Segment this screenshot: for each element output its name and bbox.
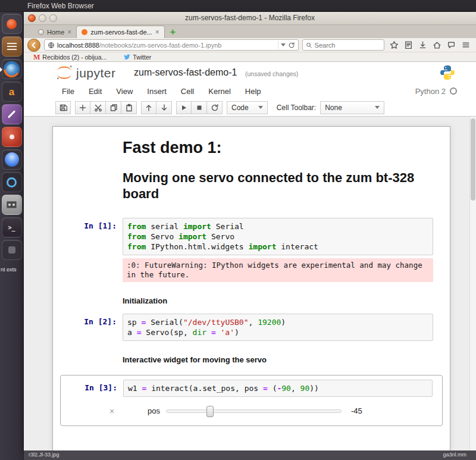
window-title: zum-servos-fast-demo-1 - Mozilla Firefox — [24, 12, 476, 24]
desktop: Firefox Web Browser a >_ nt exts zum-ser… — [0, 0, 476, 460]
move-cell-down-button[interactable] — [156, 101, 172, 114]
copy-cell-button[interactable] — [106, 101, 121, 114]
markdown-cell-init: Initialization — [53, 282, 450, 314]
search-input[interactable] — [315, 42, 381, 49]
chromium-icon[interactable] — [2, 149, 22, 170]
reload-icon[interactable] — [288, 42, 295, 49]
interrupt-kernel-button[interactable] — [192, 101, 207, 114]
url-domain: localhost:8888 — [57, 42, 99, 49]
messages-icon[interactable] — [447, 40, 456, 49]
slider-track[interactable] — [166, 409, 342, 413]
menu-insert[interactable]: Insert — [147, 87, 167, 96]
globe-icon — [48, 42, 55, 49]
slider-handle[interactable] — [206, 406, 214, 417]
input-prompt-1: In [1]: — [53, 218, 123, 282]
desktop-artifact-text: nt exts — [1, 267, 17, 273]
window-controls — [28, 14, 57, 22]
menu-file[interactable]: File — [62, 87, 74, 96]
menu-help[interactable]: Help — [245, 87, 261, 96]
bookmark-star-icon[interactable] — [390, 40, 399, 49]
code-input-3[interactable]: w1 = interact(a.set_pos, pos = (-90, 90)… — [123, 380, 433, 397]
menu-icon[interactable] — [461, 40, 471, 49]
code-input-2[interactable]: sp = Serial("/dev/ttyUSB0", 19200)a = Se… — [123, 314, 433, 341]
home-icon[interactable] — [433, 40, 441, 49]
run-cell-button[interactable] — [176, 101, 192, 114]
widget-close-button[interactable]: × — [105, 406, 118, 416]
tab-home-label: Home — [47, 29, 64, 36]
terminal-icon[interactable]: >_ — [2, 217, 22, 237]
save-button[interactable] — [55, 101, 71, 114]
window-close-button[interactable] — [28, 14, 36, 22]
jupyter-wordmark: jupyter — [76, 65, 116, 80]
jupyter-logo[interactable]: jupyter — [55, 64, 116, 80]
prompt-spacer — [53, 341, 123, 373]
python-logo-icon — [439, 64, 456, 81]
red-app-icon[interactable] — [2, 127, 22, 147]
select-caret-icon — [258, 106, 263, 109]
code-cell-2: In [2]: sp = Serial("/dev/ttyUSB0", 1920… — [53, 314, 450, 341]
search-bar[interactable] — [302, 39, 384, 51]
code-input-1[interactable]: from serial import Serialfrom Servo impo… — [123, 218, 433, 255]
notebook-heading-1: Fast demo 1: — [123, 139, 433, 157]
firefox-icon[interactable] — [2, 59, 22, 79]
notebook-title[interactable]: zum-servos-fast-demo-1 — [134, 67, 237, 78]
markdown-cell-widget: Interactive widget for moving the servo — [53, 341, 450, 373]
ubuntu-dash-icon[interactable] — [2, 14, 22, 34]
menu-view[interactable]: View — [116, 87, 133, 96]
bookmark-gmail[interactable]: M Recibidos (2) - obijua... — [33, 54, 107, 61]
selected-cell[interactable]: In [3]: w1 = interact(a.set_pos, pos = (… — [60, 375, 443, 426]
tab-notebook-close-icon[interactable]: × — [155, 29, 159, 36]
jupyter-menubar: File Edit View Insert Cell Kernel Help P… — [24, 83, 476, 99]
tab-home-close-icon[interactable]: × — [67, 29, 71, 36]
cell-toolbar-value: None — [325, 104, 342, 112]
play-icon — [180, 104, 188, 112]
url-bar[interactable]: localhost:8888/notebooks/zum-servos-fast… — [44, 39, 299, 51]
paste-cell-button[interactable] — [121, 101, 137, 114]
cell-toolbar-select[interactable]: None — [320, 101, 384, 114]
menu-edit[interactable]: Edit — [89, 87, 102, 96]
tab-home[interactable]: Home × — [33, 26, 76, 38]
menu-cell[interactable]: Cell — [181, 87, 194, 96]
jupyter-toolbar: Code Cell Toolbar: None — [24, 99, 476, 117]
url-text: localhost:8888/notebooks/zum-servos-fast… — [57, 42, 275, 49]
url-dropdown-icon[interactable] — [281, 43, 286, 46]
bookmark-twitter[interactable]: Twitter — [123, 54, 151, 61]
desktop-file-label-right: ga3nl.mm — [443, 452, 466, 458]
ring-glyph — [7, 177, 17, 187]
bookmark-twitter-label: Twitter — [133, 54, 151, 61]
restart-kernel-button[interactable] — [207, 101, 223, 114]
scrollbar-thumb[interactable] — [471, 118, 475, 201]
heading-interactive-widget: Interactive widget for moving the servo — [123, 355, 433, 364]
extra-app-icon[interactable] — [2, 240, 22, 260]
prompt-spacer — [53, 282, 123, 314]
desktop-file-label-left: r3l2.Jl-33.jpg — [29, 452, 60, 458]
window-minimize-button[interactable] — [39, 14, 46, 22]
download-icon[interactable] — [418, 40, 427, 49]
prompt-spacer — [53, 135, 123, 218]
amazon-icon[interactable]: a — [2, 82, 22, 102]
firefox-window: zum-servos-fast-demo-1 - Mozilla Firefox… — [24, 12, 476, 450]
add-cell-button[interactable] — [75, 101, 90, 114]
back-button[interactable] — [27, 39, 40, 52]
window-titlebar[interactable]: zum-servos-fast-demo-1 - Mozilla Firefox — [24, 12, 476, 25]
files-icon[interactable] — [2, 36, 22, 57]
menu-kernel[interactable]: Kernel — [208, 87, 231, 96]
cut-cell-button[interactable] — [90, 101, 106, 114]
new-tab-button[interactable]: + — [165, 26, 181, 38]
unity-launcher: a >_ nt exts — [0, 12, 24, 460]
jupyter-planet-icon — [55, 64, 73, 80]
page-scrollbar[interactable] — [469, 117, 476, 450]
square-glyph — [8, 246, 15, 254]
copy-icon — [109, 104, 118, 112]
wand-app-icon[interactable] — [2, 104, 22, 124]
camera-app-icon[interactable] — [2, 172, 22, 192]
tab-notebook[interactable]: zum-servos-fast-de... × — [76, 26, 164, 38]
window-maximize-button[interactable] — [49, 14, 57, 22]
bookmarks-panel-icon[interactable] — [404, 40, 413, 49]
interact-widget: × pos -45 — [61, 406, 442, 416]
move-cell-up-button[interactable] — [141, 101, 156, 114]
cell-type-select[interactable]: Code — [227, 101, 268, 114]
media-app-icon[interactable] — [2, 195, 22, 215]
navigation-toolbar: localhost:8888/notebooks/zum-servos-fast… — [24, 38, 476, 52]
code-cell-3: In [3]: w1 = interact(a.set_pos, pos = (… — [61, 380, 442, 397]
